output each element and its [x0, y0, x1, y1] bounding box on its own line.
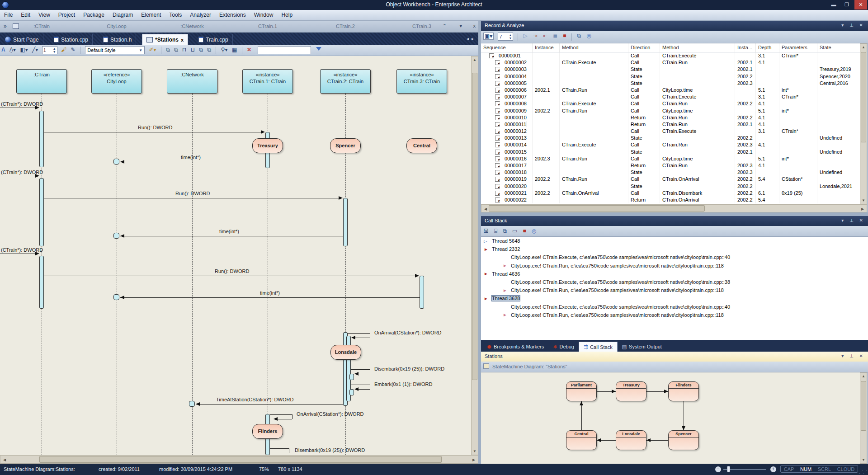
lifeline-head-ctrain[interactable]: :CTrain	[16, 69, 67, 94]
stations-vscrollbar[interactable]: ▲ ▼	[860, 372, 867, 464]
message-label[interactable]: Embark(0x1 (1)): DWORD	[374, 381, 432, 387]
scroll-right-icon[interactable]: ▶	[860, 207, 865, 211]
pen-button[interactable]: ✎	[71, 47, 75, 53]
tab-close-icon[interactable]: x	[181, 37, 184, 42]
table-row[interactable]: −✔00000004 State 2002.2 Spencer,2020	[481, 73, 860, 80]
state-node-treasury[interactable]: Treasury	[616, 381, 646, 401]
call-stack-entry[interactable]: CityLoop.exe! CTrain.Run, c:\ea\ea750\co…	[481, 311, 868, 319]
tab-train-cpp[interactable]: Train.cpp	[194, 34, 233, 45]
close-button[interactable]: ✕	[854, 0, 867, 9]
scroll-left-icon[interactable]: ◀	[483, 207, 488, 211]
step-out-button[interactable]: ⇤	[543, 33, 547, 39]
lifeline-head-ctrain1[interactable]: «instance»CTrain.1: CTrain	[242, 69, 293, 94]
slider-handle[interactable]	[727, 466, 730, 472]
message-line[interactable]	[120, 236, 343, 236]
scrollbar-thumb[interactable]	[861, 381, 866, 431]
row-checkbox[interactable]: ✔	[495, 163, 500, 168]
fill-color-button[interactable]: ◧▾	[20, 47, 28, 53]
message-label[interactable]: OnArrival(CStation*): DWORD	[374, 330, 442, 335]
scroll-down-icon[interactable]: ▼	[472, 449, 478, 453]
message-label[interactable]: Disembark(0x19 (25)): DWORD	[374, 366, 444, 372]
row-checkbox[interactable]: ✔	[495, 184, 500, 189]
tab-breakpoints-markers[interactable]: Breakpoints & Markers	[483, 342, 548, 352]
call-stack-entry[interactable]: CityLoop.exe! CTrain.Execute, c:\ea\ea75…	[481, 278, 868, 286]
table-row[interactable]: −✔00000021 2002.2 CTrain.OnArrival Call …	[481, 190, 860, 197]
row-checkbox[interactable]: ✔	[495, 115, 500, 120]
step-over-button[interactable]: ⇥	[533, 33, 538, 39]
call-stack-entry[interactable]: CityLoop.exe! CTrain.Run, c:\ea\ea750\co…	[481, 286, 868, 294]
row-checkbox[interactable]: ✔	[495, 142, 500, 147]
lifeline-head-cnetwork[interactable]: :CNetwork	[167, 69, 217, 94]
self-message-line[interactable]	[348, 333, 370, 334]
statemachine-breadcrumb[interactable]: StateMachine Diagram: "Stations"	[492, 364, 567, 369]
call-stack-entry[interactable]: CityLoop.exe! CTrain.Execute, c:\ea\ea75…	[481, 253, 868, 261]
record-analyze-hscrollbar[interactable]: ◀ ▶	[481, 204, 867, 212]
table-row[interactable]: −✔00000001 Call CTrain.Execute 3.1 CTrai…	[481, 52, 860, 59]
message-label[interactable]: TimeAtStation(CStation*): DWORD	[216, 397, 293, 402]
self-message-line[interactable]	[270, 448, 289, 449]
message-label[interactable]: Run(): DWORD	[138, 125, 172, 130]
record-analyze-vscrollbar[interactable]: ▲ ▼	[860, 43, 867, 204]
row-checkbox[interactable]: ✔	[495, 122, 500, 127]
state-node-parliament[interactable]: Parliament	[566, 381, 597, 401]
zoom-slider[interactable]: − +	[715, 466, 776, 472]
target-box[interactable]	[189, 401, 195, 407]
state-box-flinders[interactable]: Flinders	[252, 424, 283, 439]
line-color-button[interactable]: ╱▾	[32, 47, 38, 53]
col-parameters[interactable]: Parameters	[779, 43, 817, 52]
strip-close-button[interactable]: x	[473, 23, 476, 28]
call-stack-entry[interactable]: Thread 3628	[481, 294, 868, 302]
self-message-line[interactable]	[270, 414, 292, 415]
menu-item[interactable]: Analyzer	[186, 10, 215, 20]
call-stack-entry[interactable]: CityLoop.exe! CTrain.Run, c:\ea\ea750\co…	[481, 262, 868, 270]
overflow-chevron-icon[interactable]: »	[4, 23, 7, 29]
menu-item[interactable]: Help	[277, 10, 297, 20]
self-message-line[interactable]	[351, 385, 370, 385]
menu-item[interactable]: Package	[79, 10, 108, 20]
scrollbar-thumb[interactable]	[39, 456, 442, 463]
row-checkbox[interactable]: ✔	[495, 170, 500, 175]
collapse-strip-button[interactable]: ⌃	[443, 23, 447, 29]
tab-station-cpp[interactable]: Station.cpp	[50, 34, 93, 45]
scroll-down-icon[interactable]: ▼	[860, 198, 867, 202]
state-node-lonsdale[interactable]: Lonsdale	[616, 430, 646, 450]
target-box[interactable]	[113, 159, 119, 165]
stepper-arrows-icon[interactable]: ▲▼	[53, 47, 56, 53]
state-node-spencer[interactable]: Spencer	[668, 430, 699, 450]
line-width-stepper[interactable]: 1 ▲▼	[42, 46, 57, 54]
apply-style-button[interactable]: ✐▾	[149, 47, 156, 53]
scroll-down-icon[interactable]: ▼	[860, 458, 867, 462]
hierarchy-button[interactable]: ⚲▾	[221, 47, 228, 53]
state-node-flinders[interactable]: Flinders	[668, 381, 699, 401]
tab-call-stack[interactable]: ⇶ Call Stack	[579, 342, 618, 352]
align-top-button[interactable]: ⊓	[182, 47, 186, 53]
delete-button[interactable]: ✕	[247, 47, 251, 53]
scroll-up-icon[interactable]: ▲	[472, 58, 478, 62]
message-line[interactable]	[0, 254, 36, 254]
row-checkbox[interactable]: ✔	[495, 150, 500, 155]
stepper-arrows-icon[interactable]: ▲▼	[509, 33, 512, 40]
frame-stepper[interactable]: 7 ▲▼	[498, 33, 513, 41]
row-checkbox[interactable]: ✔	[495, 129, 500, 134]
row-checkbox[interactable]: ✔	[495, 191, 500, 196]
message-label[interactable]: Disembark(0x19 (25)): DWORD	[295, 447, 365, 453]
tab-start-page[interactable]: Start Page	[1, 34, 43, 45]
help-button[interactable]: ◎	[532, 228, 536, 234]
row-checkbox[interactable]: ✔	[495, 60, 500, 65]
menu-item[interactable]: Window	[250, 10, 278, 20]
copy-style-button[interactable]: ⧉	[199, 47, 203, 53]
scrollbar-thumb[interactable]	[489, 205, 705, 212]
state-box-spencer[interactable]: Spencer	[330, 138, 361, 153]
tab-scroll-arrows[interactable]: ◂▸	[467, 36, 476, 41]
table-row[interactable]: −✔00000008 CTrain.Execute Call CTrain.Ru…	[481, 100, 860, 107]
table-row[interactable]: −✔00000013 State 2002.2 Undefined	[481, 135, 860, 141]
copy-stack-button[interactable]: ⧉	[577, 33, 581, 39]
activation-bar[interactable]	[39, 178, 44, 246]
workbench-item-cnetwork[interactable]: :CNetwork	[180, 24, 203, 29]
state-node-central[interactable]: Central	[566, 430, 597, 450]
row-checkbox[interactable]: ✔	[489, 53, 494, 58]
save-stack-button[interactable]: 🖫	[483, 228, 489, 234]
horizontal-scrollbar[interactable]: ◀ ▶	[0, 455, 478, 464]
target-box[interactable]	[113, 294, 119, 300]
align-left-button[interactable]: ⧉	[166, 47, 170, 53]
